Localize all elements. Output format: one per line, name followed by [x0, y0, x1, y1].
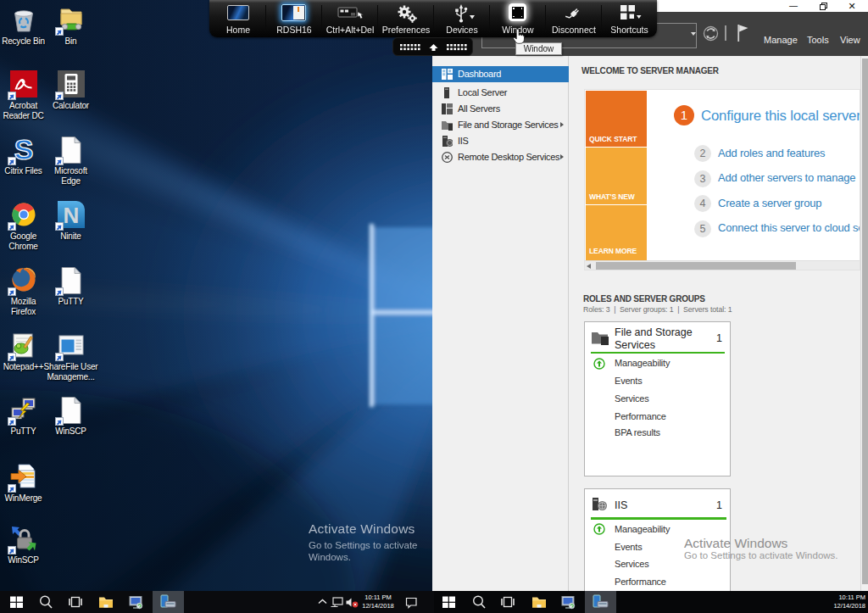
svg-text:S: S — [14, 135, 33, 164]
svg-text:N: N — [63, 203, 79, 228]
